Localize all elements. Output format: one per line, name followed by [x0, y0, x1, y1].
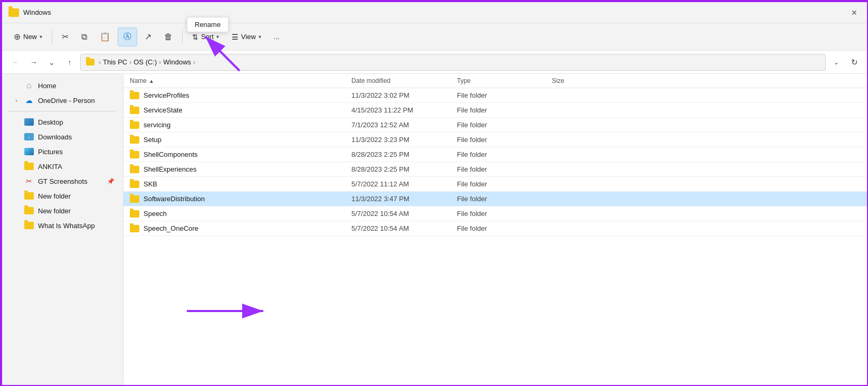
cut-button[interactable]: ✂: [56, 27, 74, 46]
col-header-size[interactable]: Size: [552, 77, 615, 84]
toolbar: ⊕ New ▾ ✂ ⧉ 📋 Ⓐ ↗ 🗑 ⇅ Sort ▾ ☰: [2, 23, 868, 51]
table-row[interactable]: Setup 11/3/2022 3:23 PM File folder: [123, 133, 868, 147]
sort-icon: ⇅: [192, 33, 198, 41]
close-button[interactable]: ✕: [847, 6, 862, 19]
paste-button[interactable]: 📋: [94, 27, 116, 46]
sidebar: ⌂ Home › ☁ OneDrive - Person Desktop: [2, 74, 123, 386]
pictures-icon: [24, 147, 34, 156]
sidebar-label-new-folder-2: New folder: [38, 207, 115, 215]
view-icon: ☰: [232, 33, 239, 41]
separator-1: [52, 31, 52, 43]
folder-icon: [130, 92, 139, 99]
up-button[interactable]: ↑: [62, 55, 77, 70]
breadcrumb-osc[interactable]: OS (C:): [133, 58, 157, 66]
file-name-cell: ShellComponents: [130, 150, 351, 158]
copy-icon: ⧉: [81, 32, 87, 42]
sidebar-label-downloads: Downloads: [38, 133, 103, 141]
address-dropdown-button[interactable]: ⌄: [829, 55, 844, 70]
folder-icon: [130, 195, 139, 203]
scissors-icon-gt: ✂: [24, 176, 34, 186]
folder-icon: [130, 121, 139, 129]
folder-icon-nf1: [24, 191, 34, 201]
table-row[interactable]: Speech 5/7/2022 10:54 AM File folder: [123, 206, 868, 221]
file-name-cell: ServiceProfiles: [130, 91, 351, 99]
share-icon: ↗: [145, 32, 151, 42]
path-folder-icon: [86, 59, 94, 65]
file-name-cell: ServiceState: [130, 106, 351, 114]
folder-icon: [130, 225, 139, 232]
file-name-cell: SoftwareDistribution: [130, 195, 351, 203]
sort-chevron-icon: ▾: [216, 34, 219, 40]
new-chevron-icon: ▾: [40, 34, 42, 40]
plus-icon: ⊕: [14, 32, 21, 42]
more-button[interactable]: ...: [269, 27, 285, 46]
file-name-cell: servicing: [130, 121, 351, 129]
sidebar-item-whatsapp[interactable]: What Is WhatsApp: [4, 218, 121, 233]
delete-button[interactable]: 🗑: [159, 27, 178, 46]
table-row[interactable]: SKB 5/7/2022 11:12 AM File folder: [123, 177, 868, 192]
sidebar-divider-1: [8, 111, 117, 111]
back-button[interactable]: ←: [8, 55, 23, 70]
view-chevron-icon: ▾: [259, 34, 261, 40]
address-path[interactable]: › This PC › OS (C:) › Windows ›: [80, 54, 826, 71]
share-button[interactable]: ↗: [139, 27, 157, 46]
copy-button[interactable]: ⧉: [76, 27, 92, 46]
folder-icon: [130, 166, 139, 173]
table-row[interactable]: ServiceState 4/15/2023 11:22 PM File fol…: [123, 103, 868, 118]
sidebar-item-desktop[interactable]: Desktop 📌: [4, 115, 121, 129]
sidebar-item-onedrive[interactable]: › ☁ OneDrive - Person: [4, 93, 121, 108]
downloads-icon: ↓: [24, 132, 34, 142]
home-icon: ⌂: [24, 81, 34, 90]
file-list-header: Name ▲ Date modified Type Size: [123, 74, 868, 88]
sidebar-item-downloads[interactable]: ↓ Downloads 📌: [4, 129, 121, 144]
new-button[interactable]: ⊕ New ▾: [8, 27, 47, 46]
rename-button[interactable]: Ⓐ: [118, 27, 137, 46]
table-row[interactable]: Speech_OneCore 5/7/2022 10:54 AM File fo…: [123, 221, 868, 236]
col-header-date[interactable]: Date modified: [351, 77, 457, 84]
refresh-button[interactable]: ↻: [847, 55, 862, 70]
folder-icon: [130, 210, 139, 218]
breadcrumb-thispc[interactable]: This PC: [103, 58, 127, 66]
forward-button[interactable]: →: [26, 55, 41, 70]
folder-icon: [130, 136, 139, 144]
rename-tooltip: Rename: [187, 17, 228, 32]
sidebar-item-new-folder-2[interactable]: New folder: [4, 203, 121, 218]
table-row[interactable]: ShellExperiences 8/28/2023 2:25 PM File …: [123, 162, 868, 177]
view-button[interactable]: ☰ View ▾: [226, 27, 266, 46]
table-row[interactable]: ShellComponents 8/28/2023 2:25 PM File f…: [123, 147, 868, 162]
main-layout: ⌂ Home › ☁ OneDrive - Person Desktop: [2, 74, 868, 386]
name-sort-icon: ▲: [149, 78, 154, 84]
folder-icon: [130, 151, 139, 158]
folder-icon: [130, 107, 139, 114]
separator-2: [182, 31, 183, 43]
sidebar-item-ankita[interactable]: ANKITA 📌: [4, 159, 121, 174]
paste-icon: 📋: [100, 32, 110, 42]
folder-icon-ankita: [24, 162, 34, 171]
sidebar-label-desktop: Desktop: [38, 118, 103, 126]
sidebar-item-gt-screenshots[interactable]: ✂ GT Screenshots 📌: [4, 174, 121, 189]
table-row-software-distribution[interactable]: SoftwareDistribution 11/3/2022 3:47 PM F…: [123, 192, 868, 206]
col-header-type[interactable]: Type: [457, 77, 552, 84]
sidebar-label-home: Home: [38, 82, 115, 90]
folder-icon-nf2: [24, 206, 34, 215]
recent-locations-button[interactable]: ⌄: [44, 55, 59, 70]
expand-arrow-onedrive: ›: [13, 98, 20, 103]
table-row[interactable]: ServiceProfiles 11/3/2022 3:02 PM File f…: [123, 88, 868, 103]
rename-icon: Ⓐ: [123, 32, 131, 42]
folder-icon-wa: [24, 221, 34, 230]
sidebar-item-home[interactable]: ⌂ Home: [4, 78, 121, 93]
address-bar: ← → ⌄ ↑ › This PC › OS (C:) › Windows › …: [2, 51, 868, 74]
col-header-name[interactable]: Name ▲: [130, 77, 351, 84]
sidebar-item-pictures[interactable]: Pictures 📌: [4, 144, 121, 159]
cloud-icon: ☁: [24, 96, 34, 105]
title-folder-icon: [8, 8, 19, 17]
file-name-cell: Speech: [130, 210, 351, 218]
trash-icon: 🗑: [164, 32, 173, 42]
table-row[interactable]: servicing 7/1/2023 12:52 AM File folder: [123, 118, 868, 133]
sidebar-label-onedrive: OneDrive - Person: [38, 97, 115, 105]
sidebar-label-ankita: ANKITA: [38, 163, 103, 171]
sidebar-item-new-folder-1[interactable]: New folder: [4, 189, 121, 203]
scissors-icon: ✂: [62, 32, 69, 42]
sidebar-label-gt-screenshots: GT Screenshots: [38, 177, 103, 185]
breadcrumb-windows[interactable]: Windows: [163, 58, 191, 66]
